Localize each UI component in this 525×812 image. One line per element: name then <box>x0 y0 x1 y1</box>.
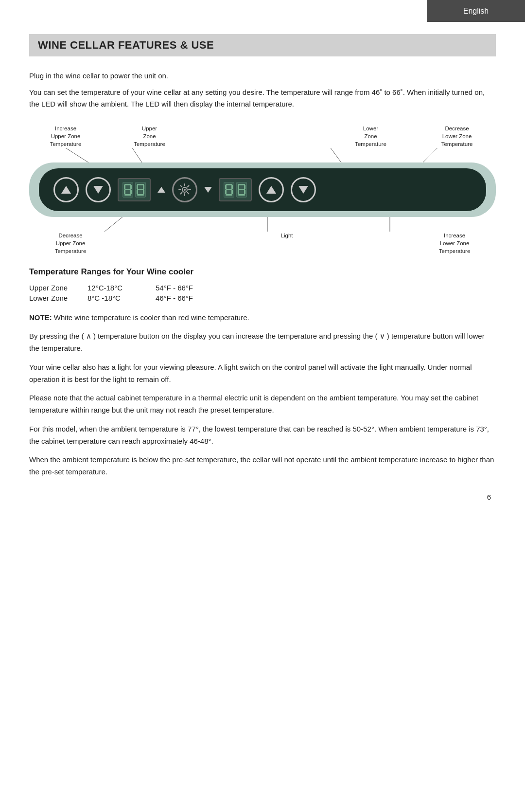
label-increase-upper: IncreaseUpper ZoneTemperature <box>49 125 83 148</box>
label-lower-zone: LowerZoneTemperature <box>354 125 388 148</box>
svg-rect-10 <box>124 194 131 196</box>
svg-line-42 <box>105 217 122 232</box>
svg-rect-41 <box>238 194 245 196</box>
diagram-container: IncreaseUpper ZoneTemperature UpperZoneT… <box>29 125 496 255</box>
svg-point-19 <box>184 189 186 191</box>
svg-rect-35 <box>238 184 245 185</box>
language-label: English <box>463 7 489 16</box>
svg-rect-13 <box>143 185 144 189</box>
svg-rect-9 <box>130 190 132 194</box>
intro-para-1: Plug in the wine cellar to power the uni… <box>29 70 496 82</box>
svg-rect-16 <box>143 190 144 194</box>
connector-lines-above <box>29 148 496 162</box>
svg-rect-15 <box>137 190 138 194</box>
svg-rect-30 <box>231 185 233 189</box>
svg-rect-31 <box>226 189 232 190</box>
connector-svg-below <box>29 217 496 232</box>
svg-line-0 <box>66 148 88 162</box>
language-bar: English <box>427 0 525 22</box>
led-digit-3 <box>224 182 234 198</box>
connector-lines-below <box>29 217 496 232</box>
table-row: Upper Zone 12°C-18°C 54°F - 66°F <box>29 284 496 292</box>
svg-rect-28 <box>226 184 232 185</box>
svg-rect-36 <box>238 185 239 189</box>
up-arrow-icon <box>61 186 71 194</box>
celsius-upper: 12°C-18°C <box>88 284 156 292</box>
svg-rect-7 <box>124 189 131 190</box>
connector-svg-above <box>29 148 496 162</box>
svg-rect-6 <box>130 185 132 189</box>
center-down-arrow <box>204 187 212 193</box>
page-number: 6 <box>29 493 496 501</box>
svg-rect-37 <box>244 185 245 189</box>
svg-rect-4 <box>124 184 131 185</box>
decrease-lower-zone-button[interactable] <box>291 177 316 202</box>
section-title: WINE CELLAR FEATURES & USE <box>29 34 496 56</box>
note-text: White wine temperature is cooler than re… <box>52 313 249 322</box>
svg-rect-39 <box>238 190 239 194</box>
intro-para-2: You can set the temperature of your wine… <box>29 87 496 110</box>
label-light: Light <box>272 232 301 239</box>
svg-rect-17 <box>137 194 144 196</box>
fahrenheit-upper: 54°F - 66°F <box>156 284 224 292</box>
center-arrows <box>158 187 165 193</box>
body-para-5: When the ambient temperature is below th… <box>29 454 496 478</box>
main-content: WINE CELLAR FEATURES & USE Plug in the w… <box>0 0 525 530</box>
zone-label-upper: Upper Zone <box>29 284 88 292</box>
zone-label-lower: Lower Zone <box>29 294 88 302</box>
control-panel <box>39 168 486 211</box>
lock-icon <box>178 183 192 197</box>
svg-line-27 <box>181 193 182 194</box>
label-decrease-upper: DecreaseUpper ZoneTemperature <box>49 232 92 255</box>
body-para-2: Your wine cellar also has a light for yo… <box>29 361 496 386</box>
table-row: Lower Zone 8°C -18°C 46°F - 66°F <box>29 294 496 302</box>
temp-ranges-title: Temperature Ranges for Your Wine cooler <box>29 267 496 277</box>
svg-rect-14 <box>137 189 144 190</box>
increase-lower-zone-button[interactable] <box>259 177 284 202</box>
svg-rect-8 <box>124 190 125 194</box>
note-label: NOTE: <box>29 313 52 322</box>
svg-line-26 <box>188 186 189 187</box>
led-digit-4 <box>236 182 247 198</box>
svg-rect-12 <box>137 185 138 189</box>
decrease-upper-zone-button[interactable] <box>86 177 111 202</box>
body-para-4: For this model, when the ambient tempera… <box>29 423 496 448</box>
svg-rect-5 <box>124 185 125 189</box>
small-up-arrow-icon <box>158 187 165 193</box>
small-down-arrow-icon <box>204 187 212 193</box>
note-paragraph: NOTE: White wine temperature is cooler t… <box>29 312 496 324</box>
celsius-lower: 8°C -18°C <box>88 294 156 302</box>
led-digit-2 <box>135 182 146 198</box>
control-panel-background <box>29 162 496 217</box>
svg-rect-38 <box>238 189 245 190</box>
down-arrow-icon-2 <box>298 186 308 194</box>
labels-below: DecreaseUpper ZoneTemperature Light Incr… <box>29 232 496 255</box>
temp-table: Upper Zone 12°C-18°C 54°F - 66°F Lower Z… <box>29 284 496 302</box>
svg-line-1 <box>132 148 142 162</box>
svg-line-2 <box>331 148 341 162</box>
svg-rect-40 <box>244 190 245 194</box>
fahrenheit-lower: 46°F - 66°F <box>156 294 224 302</box>
svg-rect-11 <box>137 184 144 185</box>
svg-rect-34 <box>226 194 232 196</box>
lower-zone-led-display <box>219 178 252 201</box>
increase-upper-zone-button[interactable] <box>53 177 79 202</box>
svg-rect-32 <box>225 190 227 194</box>
label-upper-zone: UpperZoneTemperature <box>133 125 167 148</box>
svg-line-25 <box>188 193 189 194</box>
upper-zone-led-display <box>118 178 151 201</box>
led-digit-1 <box>122 182 133 198</box>
body-para-1: By pressing the ( ∧ ) temperature button… <box>29 330 496 355</box>
body-para-3: Please note that the actual cabinet temp… <box>29 392 496 416</box>
svg-rect-33 <box>231 190 233 194</box>
svg-line-3 <box>423 148 438 162</box>
light-button[interactable] <box>172 177 197 202</box>
down-arrow-icon <box>93 186 103 194</box>
svg-rect-29 <box>225 185 227 189</box>
up-arrow-icon-2 <box>266 186 276 194</box>
label-decrease-lower: DecreaseLower ZoneTemperature <box>438 125 476 148</box>
svg-line-24 <box>181 186 182 187</box>
label-increase-lower: IncreaseLower ZoneTemperature <box>433 232 476 255</box>
